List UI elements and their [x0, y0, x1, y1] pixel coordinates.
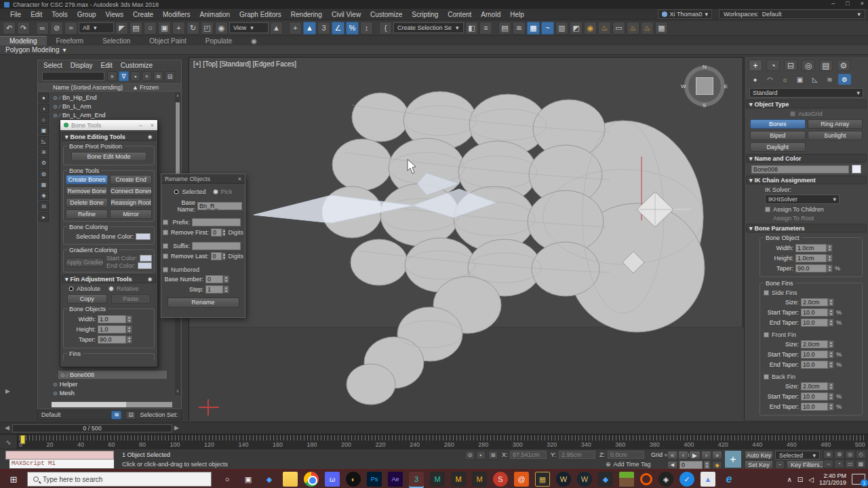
cortana-icon[interactable]: ○ [220, 472, 235, 487]
compass-west[interactable]: W [681, 83, 686, 89]
spinner[interactable]: ▴▾ [828, 298, 834, 306]
compass-east[interactable]: E [724, 83, 728, 89]
bone-height-field[interactable]: 1.0cm [795, 254, 827, 262]
spiral-app-icon[interactable]: @ [514, 472, 529, 487]
eye-icon[interactable]: ⊙ [53, 382, 58, 388]
render-iterative-icon[interactable]: ♨ [641, 22, 654, 35]
apply-gradient-button[interactable]: Apply Gradient [66, 258, 104, 267]
dark-circle-app-icon[interactable]: ◐ [346, 472, 361, 487]
discord-icon[interactable]: ω [325, 472, 340, 487]
scroll-down-icon[interactable]: ∨ [175, 388, 180, 395]
tab-selection[interactable]: Selection [93, 36, 140, 45]
framed-app-icon[interactable]: ▦ [535, 472, 550, 487]
close-icon[interactable]: × [238, 176, 241, 182]
selection-lock-icon[interactable]: ▪ [476, 451, 486, 460]
minimize-icon[interactable]: – [139, 122, 142, 129]
viewport-canvas[interactable] [189, 58, 744, 421]
back-fin-start-field[interactable]: 10.0 [801, 392, 828, 401]
x-coordinate-field[interactable]: 87.541cm [510, 451, 547, 459]
current-frame-field[interactable]: 0 [679, 461, 703, 469]
viewport-label[interactable]: [+] [Top] [Standard] [Edged Faces] [193, 60, 296, 68]
maxscript-listener-input[interactable] [5, 451, 114, 460]
m-gold-app-icon[interactable]: M [451, 472, 466, 487]
close-icon[interactable]: × [861, 0, 864, 7]
front-fin-size-field[interactable]: 2.0cm [801, 340, 828, 348]
file-explorer-icon[interactable] [283, 472, 298, 487]
refine-button[interactable]: Refine [66, 209, 108, 219]
rename-button[interactable]: Rename [167, 298, 239, 308]
sunlight-button[interactable]: Sunlight [808, 131, 863, 140]
field-of-view-icon[interactable]: ◇ [856, 450, 866, 459]
fin-taper-field[interactable]: 90.0 [98, 336, 126, 344]
viewcube-top-face[interactable] [696, 77, 713, 95]
horizontal-scrollbar[interactable] [52, 402, 172, 407]
edit-named-selections-icon[interactable]: { [379, 22, 392, 35]
menu-item[interactable]: Views [101, 9, 129, 20]
open-grid-icon[interactable]: ▦ [655, 22, 668, 35]
rollout-ik-chain-assignment[interactable]: ▾ IK Chain Assignment [746, 176, 867, 184]
base-name-input[interactable] [197, 202, 242, 210]
side-fin-end-field[interactable]: 10.0 [801, 319, 828, 327]
viewcube[interactable]: N E S W [683, 64, 726, 108]
category-cameras-icon[interactable]: ▣ [793, 74, 806, 85]
spinner[interactable]: ▴▾ [223, 275, 229, 283]
timeline-ruler[interactable]: ∿ 02040608010012014016018020022024026028… [0, 434, 868, 449]
layers-toggle-icon[interactable]: ≋ [111, 411, 121, 420]
display-filter-icon[interactable]: ☼ [39, 115, 49, 124]
category-spacewarps-icon[interactable]: ≋ [823, 74, 836, 85]
check-app-icon[interactable]: ✓ [679, 472, 694, 487]
daylight-button[interactable]: Daylight [750, 142, 806, 152]
tab-motion-icon[interactable]: ◎ [802, 60, 815, 71]
network-icon[interactable]: ⊡ [797, 476, 803, 483]
pick-radio[interactable]: Pick [213, 188, 233, 195]
zoom-extents-icon[interactable]: ◎ [845, 450, 855, 459]
add-time-tag[interactable]: ⊕ Add Time Tag [606, 461, 650, 468]
category-helpers-icon[interactable]: ◺ [808, 74, 821, 85]
edge-icon[interactable]: e [722, 472, 736, 487]
pick-icon[interactable]: ∕ [60, 113, 60, 119]
render-production-icon[interactable]: ♨ [627, 22, 639, 35]
select-and-scale-icon[interactable]: ◰ [201, 22, 214, 35]
spinner[interactable]: ▴▾ [828, 382, 834, 390]
go-to-end-button[interactable]: » [712, 451, 722, 460]
explorer-search-input[interactable] [42, 72, 104, 81]
suffix-input[interactable] [192, 242, 241, 250]
system-category-dropdown[interactable]: Standard▾ [749, 88, 863, 98]
fin-width-field[interactable]: 1.0 [98, 315, 126, 323]
front-fin-end-field[interactable]: 10.0 [801, 361, 828, 369]
menu-item[interactable]: Create [128, 9, 158, 20]
spinner[interactable]: ▴▾ [126, 336, 132, 344]
object-color-swatch[interactable] [852, 165, 861, 174]
mirror-button[interactable]: Mirror [110, 209, 152, 219]
lock-icon[interactable]: ▪ [130, 71, 140, 81]
explorer-menu-edit[interactable]: Edit [101, 62, 113, 69]
play-button[interactable]: ▶ [689, 451, 701, 460]
category-lights-icon[interactable]: ☼ [778, 74, 791, 85]
spinner[interactable]: ▴▾ [828, 361, 834, 369]
workspace-selector[interactable]: Workspaces: Default ▾ [719, 9, 865, 19]
next-frame-button[interactable]: › [701, 451, 711, 460]
menu-item[interactable]: Modifiers [158, 9, 195, 20]
use-selection-center-icon[interactable]: ▲ [303, 22, 316, 35]
ik-solver-dropdown[interactable]: IKHISolver▾ [765, 195, 840, 204]
key-step-icon[interactable]: ◀ [667, 461, 677, 469]
spinner[interactable]: ▴▾ [828, 350, 834, 359]
window-crossing-icon[interactable]: ▣ [158, 22, 171, 35]
tab-modeling[interactable]: Modeling [0, 36, 47, 45]
hidden-icons-arrow[interactable]: ∧ [787, 476, 792, 483]
minecraft-icon[interactable] [619, 472, 634, 487]
step-field[interactable]: 1 [205, 285, 223, 293]
spinner[interactable]: ▴▾ [828, 340, 834, 348]
minimize-icon[interactable]: – [831, 0, 835, 7]
align-icon[interactable]: ≡ [479, 22, 492, 35]
spinner[interactable]: ▴▾ [222, 228, 226, 237]
back-fin-end-field[interactable]: 10.0 [801, 403, 828, 411]
key-mode-icon[interactable]: ◆ [712, 461, 722, 469]
spinner[interactable]: ▴▾ [827, 264, 833, 272]
chrome-icon[interactable] [304, 472, 319, 487]
copy-button[interactable]: Copy [67, 294, 107, 304]
named-selection-dropdown[interactable]: Create Selection Se▾ [393, 22, 464, 33]
wow-icon[interactable]: W [556, 472, 571, 487]
spinner[interactable]: ▴▾ [704, 461, 710, 469]
rendered-frame-window-icon[interactable]: ▭ [612, 22, 625, 35]
